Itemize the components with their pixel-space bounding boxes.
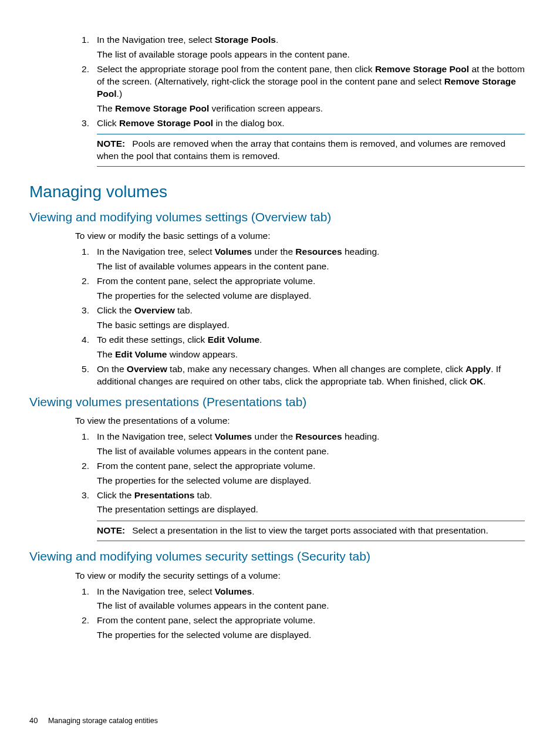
step-text: In the Navigation tree, select Volumes u… (97, 431, 379, 441)
security-steps: 1. In the Navigation tree, select Volume… (29, 586, 525, 642)
step: 2. From the content pane, select the app… (29, 275, 525, 302)
step-text: In the Navigation tree, select Volumes u… (97, 247, 379, 256)
step-number: 1. (75, 431, 89, 443)
step: 4. To edit these settings, click Edit Vo… (29, 334, 525, 361)
step-result: The list of available volumes appears in… (97, 600, 525, 612)
step-result: The list of available storage pools appe… (97, 49, 525, 61)
step-number: 3. (75, 305, 89, 317)
step: 2. From the content pane, select the app… (29, 615, 525, 642)
step-number: 2. (75, 615, 89, 627)
step-text: In the Navigation tree, select Storage P… (97, 35, 278, 45)
step: 1. In the Navigation tree, select Volume… (29, 431, 525, 458)
subsection-heading: Viewing and modifying volumes security s… (29, 548, 525, 565)
subsection-heading: Viewing and modifying volumes settings (… (29, 209, 525, 225)
step-number: 5. (75, 363, 89, 376)
overview-steps: 1. In the Navigation tree, select Volume… (29, 246, 525, 387)
subsection-heading: Viewing volumes presentations (Presentat… (29, 394, 525, 410)
note-box: NOTE:Pools are removed when the array th… (97, 134, 525, 167)
step: 2. From the content pane, select the app… (29, 460, 525, 487)
step-number: 1. (75, 34, 89, 46)
note-text: Select a presentation in the list to vie… (132, 525, 488, 535)
step: 1. In the Navigation tree, select Volume… (29, 586, 525, 613)
step-result: The properties for the selected volume a… (97, 475, 525, 487)
step: 1. In the Navigation tree, select Volume… (29, 246, 525, 273)
note-text: Pools are removed when the array that co… (97, 139, 505, 161)
step: 1. In the Navigation tree, select Storag… (29, 34, 525, 61)
step-result: The basic settings are displayed. (97, 319, 525, 332)
step-result: The Remove Storage Pool verification scr… (97, 103, 525, 115)
step-number: 2. (75, 63, 89, 76)
step-text: Click the Presentations tab. (97, 490, 212, 500)
step-number: 3. (75, 490, 89, 502)
step-text: On the Overview tab, make any necessary … (97, 364, 501, 386)
step: 5. On the Overview tab, make any necessa… (29, 363, 525, 388)
step-number: 2. (75, 275, 89, 288)
intro-text: To view or modify the security settings … (75, 570, 525, 582)
step-result: The list of available volumes appears in… (97, 445, 525, 458)
step: 3. Click Remove Storage Pool in the dial… (29, 117, 525, 130)
step-number: 1. (75, 246, 89, 258)
step-text: Click Remove Storage Pool in the dialog … (97, 118, 285, 128)
step-number: 1. (75, 586, 89, 598)
remove-storage-pool-steps: 1. In the Navigation tree, select Storag… (29, 34, 525, 129)
presentations-steps: 1. In the Navigation tree, select Volume… (29, 431, 525, 517)
step-result: The presentation settings are displayed. (97, 504, 525, 516)
step-result: The properties for the selected volume a… (97, 290, 525, 302)
step: 3. Click the Presentations tab. The pres… (29, 490, 525, 517)
step-text: Click the Overview tab. (97, 305, 193, 315)
step-number: 4. (75, 334, 89, 346)
step-text: From the content pane, select the approp… (97, 461, 315, 471)
note-label: NOTE: (97, 525, 125, 535)
section-heading-managing-volumes: Managing volumes (29, 181, 525, 203)
intro-text: To view or modify the basic settings of … (75, 230, 525, 242)
step-result: The list of available volumes appears in… (97, 261, 525, 273)
step-result: The Edit Volume window appears. (97, 349, 525, 361)
step: 2. Select the appropriate storage pool f… (29, 63, 525, 115)
step-text: In the Navigation tree, select Volumes. (97, 586, 255, 596)
step-text: To edit these settings, click Edit Volum… (97, 335, 262, 345)
step-number: 3. (75, 117, 89, 130)
step-result: The properties for the selected volume a… (97, 629, 525, 642)
intro-text: To view the presentations of a volume: (75, 415, 525, 427)
step: 3. Click the Overview tab. The basic set… (29, 305, 525, 332)
step-number: 2. (75, 460, 89, 472)
step-text: From the content pane, select the approp… (97, 615, 315, 625)
note-label: NOTE: (97, 139, 125, 148)
step-text: From the content pane, select the approp… (97, 276, 315, 286)
note-box: NOTE:Select a presentation in the list t… (97, 521, 525, 541)
step-text: Select the appropriate storage pool from… (97, 64, 525, 99)
